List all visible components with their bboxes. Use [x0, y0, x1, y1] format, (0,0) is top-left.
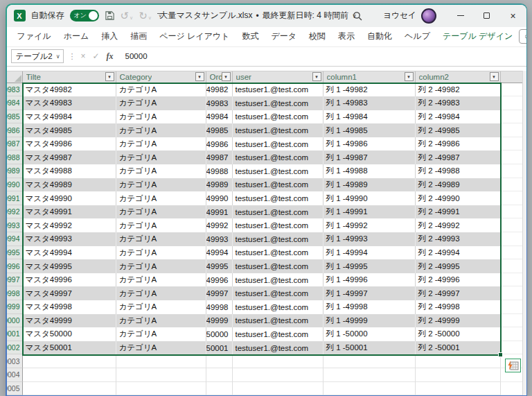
row-header[interactable]: 49996 [7, 259, 23, 273]
cell[interactable]: 列 2 -49986 [416, 137, 501, 151]
row-header[interactable]: 49997 [7, 273, 23, 287]
cell[interactable]: 列 1 -49987 [323, 150, 416, 164]
cell[interactable] [23, 382, 116, 395]
ribbon-tab-10[interactable]: 自動化 [361, 31, 398, 42]
ribbon-tab-4[interactable]: 描画 [124, 31, 153, 42]
cell[interactable]: マスタ49988 [23, 164, 116, 178]
cell[interactable] [416, 368, 501, 382]
cell[interactable]: 列 2 -49994 [416, 246, 501, 260]
ribbon-tab-1[interactable]: ファイル [11, 31, 57, 42]
cell[interactable]: マスタ49983 [23, 96, 116, 110]
cell[interactable] [501, 327, 523, 341]
cell[interactable] [116, 368, 206, 382]
cell[interactable] [501, 286, 523, 300]
cell[interactable]: 列 2 -49997 [416, 286, 501, 300]
column-header-Category[interactable]: Category▼ [116, 71, 206, 83]
row-header[interactable]: 50004 [7, 368, 23, 382]
cell[interactable]: testuser1.@test.com [233, 246, 323, 260]
undo-button[interactable]: ↺ ∨ [121, 11, 134, 21]
cell[interactable]: カテゴリA [116, 218, 206, 232]
cell[interactable]: testuser1.@test.com [233, 178, 323, 192]
cell[interactable]: testuser1.@test.com [233, 96, 323, 110]
row-header[interactable]: 49989 [7, 164, 23, 178]
cell[interactable] [233, 382, 323, 395]
filter-dropdown-button[interactable]: ▼ [312, 72, 321, 81]
cell[interactable]: 列 2 -49984 [416, 110, 501, 124]
cell[interactable]: 列 1 -49997 [323, 286, 416, 300]
row-header[interactable]: 49991 [7, 191, 23, 205]
cell[interactable]: 列 1 -49989 [323, 178, 416, 192]
cell[interactable] [416, 382, 501, 395]
cell[interactable]: カテゴリA [116, 259, 206, 273]
cell[interactable] [501, 150, 523, 164]
cell[interactable] [501, 96, 523, 110]
ribbon-tab-2[interactable]: ホーム [57, 31, 96, 42]
cell[interactable]: 49988 [206, 164, 233, 178]
cell[interactable]: 列 1 -49998 [323, 300, 416, 314]
cell[interactable]: 49986 [206, 137, 233, 151]
cell[interactable] [501, 259, 523, 273]
ribbon-tab-6[interactable]: 数式 [236, 31, 265, 42]
cell[interactable] [501, 246, 523, 260]
cell[interactable]: 列 2 -49995 [416, 259, 501, 273]
cell[interactable]: カテゴリA [116, 341, 206, 355]
name-box[interactable]: テーブル2 ∨ [11, 49, 64, 63]
maximize-button[interactable] [474, 5, 500, 27]
filter-dropdown-button[interactable]: ▼ [405, 72, 414, 81]
cell[interactable] [116, 354, 206, 368]
filter-dropdown-button[interactable]: ▼ [195, 72, 204, 81]
cell[interactable]: 49999 [206, 314, 233, 328]
row-header[interactable]: 49987 [7, 137, 23, 151]
cell[interactable] [501, 83, 523, 97]
cell[interactable]: 列 2 -49999 [416, 314, 501, 328]
cell[interactable]: 列 2 -49991 [416, 205, 501, 219]
cell[interactable]: testuser1.@test.com [233, 300, 323, 314]
cell[interactable]: マスタ49993 [23, 232, 116, 246]
cell[interactable] [501, 191, 523, 205]
cell[interactable]: カテゴリA [116, 150, 206, 164]
cell[interactable]: 列 1 -49996 [323, 273, 416, 287]
save-button[interactable] [105, 10, 115, 21]
cell[interactable] [501, 178, 523, 192]
cell[interactable]: マスタ49984 [23, 110, 116, 124]
ribbon-tab-table-design[interactable]: テーブル デザイン [436, 31, 519, 42]
cell[interactable]: 列 1 -49992 [323, 218, 416, 232]
row-header[interactable]: 49995 [7, 246, 23, 260]
cell[interactable]: 列 2 -49992 [416, 218, 501, 232]
cell[interactable]: testuser1.@test.com [233, 191, 323, 205]
cell[interactable]: カテゴリA [116, 286, 206, 300]
column-header-user[interactable]: user▼ [233, 71, 323, 83]
cell[interactable]: 列 2 -49988 [416, 164, 501, 178]
filter-dropdown-button[interactable]: ▼ [222, 72, 231, 81]
cell[interactable] [501, 110, 523, 124]
cell[interactable]: カテゴリA [116, 110, 206, 124]
cell[interactable]: testuser1.@test.com [233, 150, 323, 164]
cell[interactable]: 列 1 -49993 [323, 232, 416, 246]
cell[interactable]: 50001 [206, 341, 233, 355]
select-all-corner[interactable] [7, 71, 23, 83]
filter-dropdown-button[interactable]: ▼ [105, 72, 114, 81]
cell[interactable]: 49994 [206, 246, 233, 260]
cell[interactable] [501, 273, 523, 287]
cell[interactable]: 列 2 -49982 [416, 83, 501, 97]
cell[interactable]: 列 2 -49983 [416, 96, 501, 110]
cell[interactable]: 列 2 -49996 [416, 273, 501, 287]
cell[interactable]: testuser1.@test.com [233, 218, 323, 232]
cell[interactable]: testuser1.@test.com [233, 273, 323, 287]
cell[interactable] [23, 368, 116, 382]
cell[interactable]: 49991 [206, 205, 233, 219]
cell[interactable]: カテゴリA [116, 273, 206, 287]
cell[interactable]: マスタ49987 [23, 150, 116, 164]
cell[interactable]: testuser1.@test.com [233, 341, 323, 355]
cell[interactable] [501, 232, 523, 246]
insert-function-button[interactable]: fx [107, 51, 114, 62]
redo-button[interactable]: ↻ ∨ [139, 11, 152, 21]
cell[interactable]: マスタ49985 [23, 123, 116, 137]
ribbon-tab-11[interactable]: ヘルプ [398, 31, 436, 42]
cell[interactable]: 列 1 -49994 [323, 246, 416, 260]
cell[interactable]: カテゴリA [116, 191, 206, 205]
cell[interactable] [206, 368, 233, 382]
row-header[interactable]: 49983 [7, 83, 23, 97]
cell[interactable]: 列 2 -49985 [416, 123, 501, 137]
row-header[interactable]: 50003 [7, 354, 23, 368]
